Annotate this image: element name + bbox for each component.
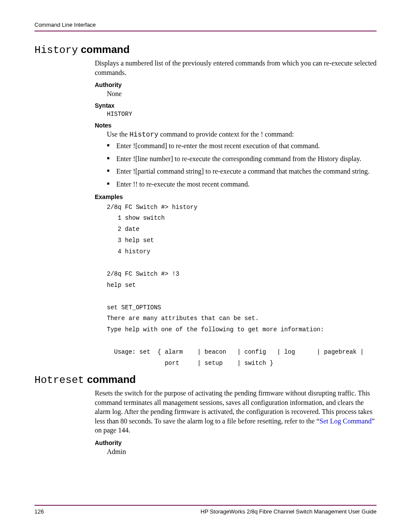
history-description: Displays a numbered list of the previous… <box>95 59 377 77</box>
page-number: 126 <box>34 508 44 515</box>
notes-list: Enter ![command] to re-enter the most re… <box>107 141 377 189</box>
hotreset-authority-value: Admin <box>107 448 377 456</box>
header-rule <box>34 31 377 31</box>
notes-intro-post: command to provide context for the ! com… <box>159 131 294 138</box>
notes-item: Enter ![line number] to re-execute the c… <box>107 154 377 164</box>
hotreset-description: Resets the switch for the purpose of act… <box>95 389 377 435</box>
authority-value: None <box>107 90 377 98</box>
running-head: Command Line Interface <box>34 22 377 28</box>
examples-block: 2/8q FC Switch #> history 1 show switch … <box>107 202 377 369</box>
set-log-command-link[interactable]: Set Log Command <box>320 417 372 425</box>
doc-title: HP StorageWorks 2/8q Fibre Channel Switc… <box>201 508 377 515</box>
hotreset-command-title: Hotreset command <box>34 373 377 386</box>
notes-item: Enter ![command] to re-enter the most re… <box>107 141 377 151</box>
notes-label: Notes <box>95 122 377 129</box>
notes-intro-mono: History <box>129 131 158 139</box>
hotreset-title-mono: Hotreset <box>34 374 84 386</box>
footer-rule <box>34 505 377 506</box>
notes-item: Enter !! to re-execute the most recent c… <box>107 180 377 189</box>
syntax-label: Syntax <box>95 102 377 109</box>
hotreset-authority-label: Authority <box>95 439 377 446</box>
hotreset-body: Resets the switch for the purpose of act… <box>95 389 377 456</box>
notes-intro: Use the History command to provide conte… <box>107 131 377 139</box>
history-command-title: History command <box>34 44 377 56</box>
history-title-bold: command <box>78 44 130 55</box>
examples-label: Examples <box>95 193 377 200</box>
notes-item: Enter ![partial command string] to re-ex… <box>107 167 377 176</box>
hotreset-title-bold: command <box>84 373 136 385</box>
page-container: Command Line Interface History command D… <box>0 0 411 532</box>
history-title-mono: History <box>34 44 78 56</box>
notes-intro-pre: Use the <box>107 131 129 138</box>
authority-label: Authority <box>95 81 377 88</box>
history-body: Displays a numbered list of the previous… <box>95 59 377 369</box>
page-footer: 126 HP StorageWorks 2/8q Fibre Channel S… <box>34 505 377 515</box>
syntax-value: HISTORY <box>107 111 377 118</box>
